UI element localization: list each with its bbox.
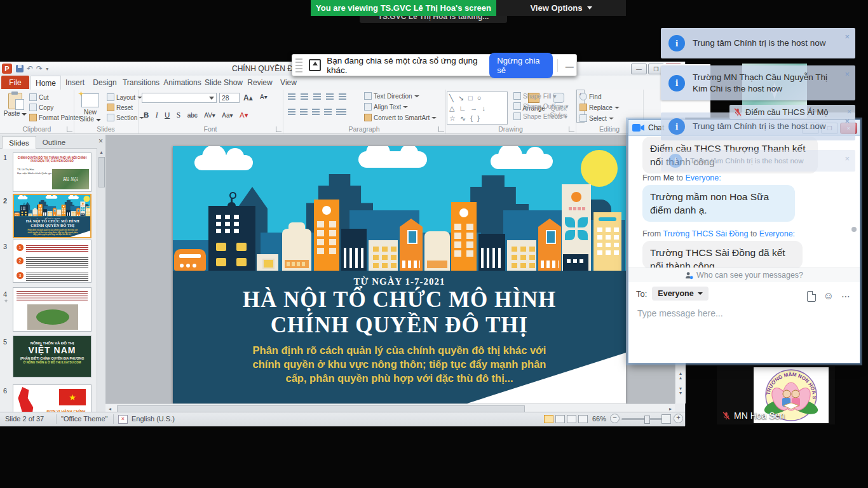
panel-tab-slides[interactable]: Slides <box>2 136 36 149</box>
layout-button[interactable]: Layout <box>107 93 142 101</box>
tab-design[interactable]: Design <box>90 76 119 89</box>
increase-indent-icon[interactable] <box>326 93 334 100</box>
zoom-out-button[interactable]: − <box>610 414 620 423</box>
emoji-icon[interactable]: ☺ <box>824 290 834 302</box>
tab-slide-show[interactable]: Slide Show <box>203 76 244 89</box>
language-indicator[interactable]: English (U.S.) <box>132 415 175 423</box>
tab-insert[interactable]: Insert <box>61 76 89 89</box>
format-painter-button[interactable]: Format Painter <box>29 114 81 121</box>
shadow-button[interactable]: S <box>175 111 182 119</box>
slide-sorter-view-button[interactable] <box>555 415 565 423</box>
shape-fill-button[interactable]: Shape Fill ▾ <box>513 92 568 100</box>
screen: P ↶ ↷ ▾ CHÍNH QUYỀN ĐÔ T — ❐ × File Home… <box>0 0 868 488</box>
slideshow-view-button[interactable] <box>578 415 588 423</box>
attach-file-icon[interactable] <box>807 291 816 302</box>
underline-button[interactable]: U <box>163 111 172 119</box>
font-name-box[interactable] <box>142 93 217 103</box>
drag-handle[interactable] <box>295 58 302 72</box>
select-button[interactable]: Select <box>580 114 614 122</box>
chat-input[interactable]: Type message here... <box>637 308 723 318</box>
panel-tab-outline[interactable]: Outline <box>36 136 72 148</box>
slide-thumbnail-4[interactable] <box>13 287 92 332</box>
replace-button[interactable]: Replace <box>580 104 620 111</box>
redo-icon[interactable]: ↷ <box>36 64 43 73</box>
find-button[interactable]: Find <box>580 93 601 100</box>
slide-thumbnail-2-selected[interactable]: TỪ NGÀY 1-7-2021 HÀ NỘI TỔ CHỨC MÔ HÌNH … <box>13 194 92 238</box>
normal-view-button[interactable] <box>544 415 553 423</box>
text-direction-button[interactable]: Text Direction <box>364 92 419 100</box>
video-tile-mn-hoa-sen[interactable]: TRƯỜNG MẦM NON HOA SEN MN Hoa Sen <box>717 366 835 424</box>
character-spacing-button[interactable]: AV▾ <box>202 112 217 119</box>
overlay-close-icon[interactable]: × <box>847 107 851 116</box>
notification-close-icon[interactable]: × <box>844 69 850 79</box>
font-size-box[interactable]: 28 <box>219 93 240 103</box>
line-spacing-icon[interactable] <box>339 93 346 100</box>
minimize-share-bar-button[interactable]: — <box>562 58 576 72</box>
shape-outline-button[interactable]: Shape Outline ▾ <box>513 102 568 110</box>
current-slide-canvas[interactable]: TỪ NGÀY 1-7-2021 HÀ NỘI TỔ CHỨC MÔ HÌNH … <box>14 195 92 238</box>
notification-close-icon[interactable]: × <box>844 32 850 41</box>
change-case-button[interactable]: Aa▾ <box>220 112 234 119</box>
shrink-font-button[interactable]: A▾ <box>260 93 268 100</box>
tab-review[interactable]: Review <box>245 76 275 89</box>
align-text-button[interactable]: Align Text <box>364 103 408 111</box>
paste-button[interactable]: Paste <box>3 92 28 117</box>
reading-view-button[interactable] <box>567 415 576 423</box>
italic-button[interactable]: I <box>154 111 160 119</box>
clipboard-dialog-launcher[interactable] <box>67 126 72 132</box>
slide-body-text: Phân định rõ cách quản lý của chính quyề… <box>250 343 549 385</box>
slide-thumbnail-1[interactable]: CHÍNH QUYỀN ĐÔ THỊ THÀNH PHỐ HÀ NỘI CHÍN… <box>13 152 92 192</box>
align-right-icon[interactable] <box>312 109 320 115</box>
spell-check-icon[interactable]: × <box>118 415 128 424</box>
columns-icon[interactable] <box>336 109 346 115</box>
slide-thumbnail-5[interactable]: NÔNG THÔN VÀ ĐÔ THỊ VIỆT NAM (PHÂN BIỆT)… <box>13 336 92 377</box>
quick-access-more-icon[interactable]: ▾ <box>46 66 48 72</box>
chat-privacy-note[interactable]: Who can see your messages? <box>628 268 860 282</box>
slide-thumbnail-6[interactable]: ★ ĐƠN VỊ HÀNH CHÍNH <box>13 384 92 412</box>
tab-view[interactable]: View <box>276 76 301 89</box>
bullets-icon[interactable] <box>288 93 295 100</box>
numbering-icon[interactable] <box>301 93 308 100</box>
fit-to-window-button[interactable] <box>661 414 671 424</box>
justify-icon[interactable] <box>324 109 332 115</box>
previous-slide-button[interactable]: ▴▴ <box>675 371 686 380</box>
undo-icon[interactable]: ↶ <box>27 64 33 73</box>
horizontal-scrollbar[interactable]: ◂ ▸ <box>105 403 675 412</box>
more-options-icon[interactable]: ⋯ <box>841 291 851 301</box>
cut-button[interactable]: Cut <box>29 93 49 101</box>
reset-button[interactable]: Reset <box>107 104 133 111</box>
chat-scrollbar[interactable] <box>851 227 857 232</box>
next-slide-button[interactable]: ▾▾ <box>675 386 686 395</box>
new-slide-button[interactable]: New Slide <box>76 92 104 123</box>
zoom-in-button[interactable]: + <box>674 414 683 423</box>
panel-scrollbar[interactable]: ▴ <box>97 148 105 412</box>
slide-thumbnail-3[interactable]: 1 2 3 <box>13 240 92 283</box>
strikethrough-button[interactable]: abc <box>186 112 200 119</box>
paragraph-dialog-launcher[interactable] <box>438 126 444 132</box>
save-icon[interactable] <box>16 65 24 72</box>
tab-transitions[interactable]: Transitions <box>121 76 161 89</box>
decrease-indent-icon[interactable] <box>313 93 321 100</box>
font-color-button[interactable]: A▾ <box>238 111 250 119</box>
recipient-selector[interactable]: Everyone <box>652 287 708 301</box>
select-icon <box>580 114 587 122</box>
tab-home[interactable]: Home <box>31 76 61 90</box>
panel-close-icon[interactable]: × <box>98 137 103 146</box>
shape-effects-button[interactable]: Shape Effects ▾ <box>513 112 568 120</box>
grow-font-button[interactable]: A▴ <box>243 93 253 102</box>
tab-file[interactable]: File <box>1 76 29 89</box>
bold-button[interactable]: B <box>142 111 151 119</box>
notification-close-icon[interactable]: × <box>844 154 850 163</box>
tab-animations[interactable]: Animations <box>163 76 202 89</box>
copy-button[interactable]: Copy <box>29 104 53 111</box>
stop-share-button[interactable]: Ngừng chia sẻ <box>489 53 553 78</box>
convert-smartart-button[interactable]: Convert to SmartArt <box>364 114 437 121</box>
align-left-icon[interactable] <box>288 109 295 115</box>
font-dialog-launcher[interactable] <box>276 126 281 132</box>
drawing-dialog-launcher[interactable] <box>569 126 574 132</box>
current-slide-canvas[interactable]: TỪ NGÀY 1-7-2021 HÀ NỘI TỔ CHỨC MÔ HÌNH … <box>173 146 626 403</box>
minimize-button[interactable]: — <box>631 64 647 74</box>
align-center-icon[interactable] <box>300 109 308 115</box>
view-options-button[interactable]: View Options <box>496 0 626 16</box>
shapes-gallery[interactable]: ╲ ↘ □ ○△ ∟ → ↓☆ ∿ { } <box>447 92 508 125</box>
